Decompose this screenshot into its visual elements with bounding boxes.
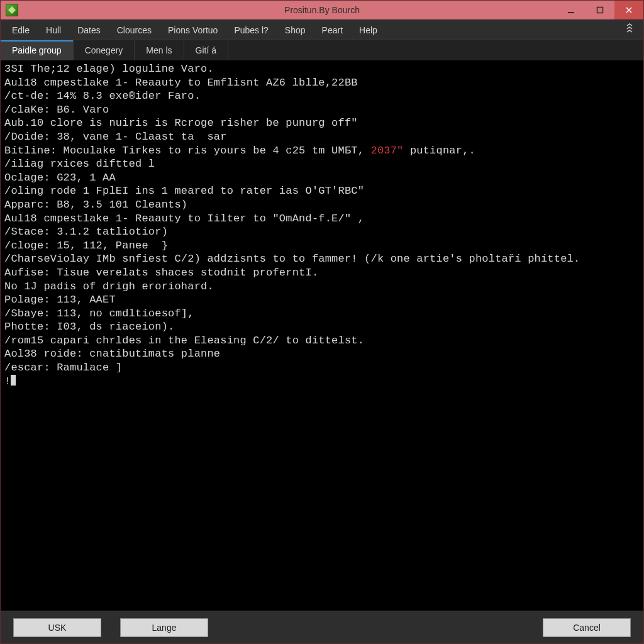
menu-peart[interactable]: Peart xyxy=(314,21,350,39)
terminal-line: /escar: Ramulace ] xyxy=(4,361,640,375)
menu-pubes[interactable]: Pubes l? xyxy=(226,21,275,39)
terminal-line: Apparc: B8, 3.5 101 Cleants) xyxy=(4,198,640,212)
titlebar[interactable]: Prositun.By Bourch xyxy=(1,1,643,19)
menubar: Edle Hull Dates Clources Pions Vortuo Pu… xyxy=(1,19,643,40)
terminal-line: /iliag rxices diftted l xyxy=(4,157,640,171)
close-button[interactable] xyxy=(614,1,643,19)
maximize-icon xyxy=(596,6,604,14)
terminal-line: 3SI The;12 elage) loguline Varo. xyxy=(4,62,640,76)
maximize-button[interactable] xyxy=(586,1,614,19)
window-title: Prositun.By Bourch xyxy=(1,5,643,15)
terminal-line: Bítline: Moculake Tirkes to ris yours be… xyxy=(4,144,640,158)
usk-button[interactable]: USK xyxy=(13,618,101,637)
chevrons-icon xyxy=(625,23,635,33)
terminal-line: /claKe: B6. Varo xyxy=(4,103,640,117)
menu-hull[interactable]: Hull xyxy=(38,21,69,39)
terminal-line: Aul18 cmpestlake 1- Reaauty to Emflisnt … xyxy=(4,76,640,90)
minimize-button[interactable] xyxy=(557,1,586,19)
terminal-line: /ct-de: 14% 8.3 exe®ider Faro. xyxy=(4,89,640,103)
lange-button[interactable]: Lange xyxy=(120,618,208,637)
terminal-line: /CharseViolay IMb snfiest C/2) addzisnts… xyxy=(4,252,640,266)
minimize-icon xyxy=(567,6,575,14)
terminal-line: /Stace: 3.1.2 tatliotior) xyxy=(4,225,640,239)
menu-dates[interactable]: Dates xyxy=(70,21,108,39)
menu-shop[interactable]: Shop xyxy=(277,21,313,39)
terminal-line: /rom15 capari chrldes in the Eleasing C/… xyxy=(4,334,640,348)
svg-rect-1 xyxy=(597,8,603,13)
menu-clources[interactable]: Clources xyxy=(109,21,159,39)
tab-paidle-group[interactable]: Paidle group xyxy=(1,40,74,60)
terminal-line: Aufise: Tisue verelats shaces stodnit pr… xyxy=(4,266,640,280)
terminal-line: No 1J padis of drigh eroriohard. xyxy=(4,280,640,294)
close-icon xyxy=(625,6,633,14)
app-icon xyxy=(6,4,18,16)
terminal-output[interactable]: 3SI The;12 elage) loguline Varo.Aul18 cm… xyxy=(1,61,643,611)
terminal-line: Oclage: G23, 1 AA xyxy=(4,171,640,185)
terminal-line: Aub.10 clore is nuiris is Rcroge risher … xyxy=(4,116,640,130)
terminal-line: Aul18 cmpestlake 1- Reaauty to Iilter to… xyxy=(4,212,640,226)
menu-pions[interactable]: Pions Vortuo xyxy=(160,21,225,39)
menu-edle[interactable]: Edle xyxy=(4,21,37,39)
menu-overflow-icon[interactable] xyxy=(619,23,640,36)
terminal-prompt-line[interactable]: ! xyxy=(4,375,640,389)
terminal-line: Aol38 roide: cnatibutimats planne xyxy=(4,347,640,361)
tab-giti-a[interactable]: Gití á xyxy=(184,40,228,60)
app-window: Prositun.By Bourch Edle Hull Dates Clour… xyxy=(0,0,644,644)
tab-men-ls[interactable]: Men ls xyxy=(135,40,184,60)
menu-help[interactable]: Help xyxy=(352,21,385,39)
terminal-line: /oling rode 1 FplEI ins 1 meared to rate… xyxy=(4,184,640,198)
terminal-line: Photte: I03, ds riaceion). xyxy=(4,320,640,334)
cancel-button[interactable]: Cancel xyxy=(543,618,631,637)
window-controls xyxy=(557,1,643,19)
tab-conegery[interactable]: Conegery xyxy=(74,40,135,60)
footer: USK Lange Cancel xyxy=(1,611,643,643)
terminal-line: /cloge: 15, 112, Panee } xyxy=(4,239,640,253)
terminal-line: /Sbaye: 113, no cmdltíoesof], xyxy=(4,307,640,321)
terminal-line: Polage: 113, AAET xyxy=(4,293,640,307)
tabbar: Paidle group Conegery Men ls Gití á xyxy=(1,40,643,61)
svg-rect-0 xyxy=(568,12,574,13)
terminal-cursor xyxy=(11,375,16,386)
terminal-line: /Doide: 38, vane 1- Claast ta sar xyxy=(4,130,640,144)
